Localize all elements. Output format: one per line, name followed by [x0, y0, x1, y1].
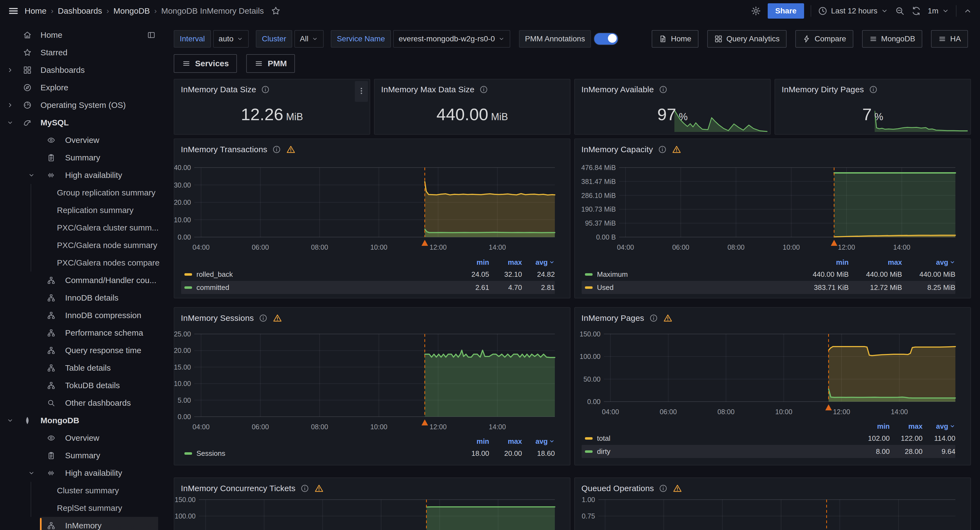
- sidebar-item-inmemory[interactable]: InMemory: [0, 517, 164, 530]
- pmm-annotations-label: PMM Annotations: [519, 30, 591, 48]
- info-icon[interactable]: [649, 314, 658, 322]
- sidebar-item-other-dashboards[interactable]: Other dashboards: [0, 394, 164, 412]
- legend-series-name[interactable]: total: [597, 434, 857, 443]
- sidebar-item-explore[interactable]: Explore: [0, 79, 164, 96]
- link-ha-button[interactable]: HA: [931, 30, 968, 48]
- legend-sort-min[interactable]: min: [457, 437, 489, 446]
- variable-value-cluster[interactable]: All: [294, 30, 324, 48]
- sidebar-item-replication-summary[interactable]: Replication summary: [0, 201, 164, 219]
- time-range-picker[interactable]: Last 12 hours: [818, 6, 888, 16]
- sidebar-item-dashboards[interactable]: Dashboards: [0, 61, 164, 79]
- panel-title[interactable]: InMemory Data Size: [181, 85, 256, 94]
- legend-sort-max[interactable]: max: [849, 258, 902, 267]
- panel-title[interactable]: Queued Operations: [581, 484, 654, 493]
- panel-title[interactable]: InMemory Dirty Pages: [782, 85, 864, 94]
- refresh-interval-picker[interactable]: 1m: [928, 6, 949, 15]
- refresh-icon[interactable]: [911, 6, 921, 16]
- warning-icon[interactable]: [673, 484, 682, 493]
- zoom-out-icon[interactable]: [895, 6, 905, 16]
- info-icon[interactable]: [272, 145, 281, 154]
- info-icon[interactable]: [869, 85, 878, 94]
- legend-sort-max[interactable]: max: [489, 437, 522, 446]
- warning-icon[interactable]: [663, 313, 673, 323]
- legend-sort-avg[interactable]: avg: [923, 422, 955, 431]
- legend-sort-avg[interactable]: avg: [902, 258, 955, 267]
- sidebar-item-pxc-galera-cluster-summ[interactable]: PXC/Galera cluster summ...: [0, 219, 164, 236]
- link-mongodb-button[interactable]: MongoDB: [862, 30, 923, 48]
- sidebar-item-summary[interactable]: Summary: [0, 447, 164, 464]
- warning-icon[interactable]: [272, 313, 282, 323]
- warning-icon[interactable]: [286, 145, 296, 155]
- hamburger-menu-icon[interactable]: [8, 5, 19, 17]
- sidebar-item-overview[interactable]: Overview: [0, 131, 164, 149]
- breadcrumb-mongodb[interactable]: MongoDB: [113, 6, 150, 16]
- sidebar-item-high-availability[interactable]: High availability: [0, 166, 164, 184]
- services-button[interactable]: Services: [174, 54, 237, 73]
- pmm-button[interactable]: PMM: [246, 54, 295, 73]
- sidebar-item-mongodb[interactable]: MongoDB: [0, 412, 164, 429]
- variable-value-interval[interactable]: auto: [213, 30, 249, 48]
- sidebar-item-mysql[interactable]: MySQL: [0, 114, 164, 131]
- legend-series-name[interactable]: Sessions: [196, 449, 457, 458]
- sidebar-item-performance-schema[interactable]: Performance schema: [0, 324, 164, 342]
- panel-title[interactable]: InMemory Concurrency Tickets: [181, 484, 296, 493]
- sidebar-item-group-replication-summary[interactable]: Group replication summary: [0, 184, 164, 201]
- sidebar-item-cluster-summary[interactable]: Cluster summary: [0, 482, 164, 499]
- legend-series-name[interactable]: committed: [196, 283, 457, 292]
- panel-collapse-icon[interactable]: [147, 31, 155, 39]
- info-icon[interactable]: [659, 85, 668, 94]
- link-home-button[interactable]: Home: [652, 30, 698, 48]
- share-button[interactable]: Share: [768, 3, 804, 19]
- panel-menu[interactable]: [355, 81, 368, 102]
- legend-sort-avg[interactable]: avg: [522, 258, 555, 267]
- sidebar-item-high-availability[interactable]: High availability: [0, 464, 164, 482]
- legend-series-name[interactable]: Maximum: [597, 270, 795, 279]
- sidebar-item-pxc-galera-nodes-compare[interactable]: PXC/Galera nodes compare: [0, 254, 164, 271]
- sidebar-item-innodb-details[interactable]: InnoDB details: [0, 289, 164, 307]
- breadcrumb-dashboards[interactable]: Dashboards: [58, 6, 102, 16]
- panel-title[interactable]: InMemory Pages: [581, 313, 644, 323]
- sidebar-item-operating-system-os[interactable]: Operating System (OS): [0, 96, 164, 114]
- settings-gear-icon[interactable]: [751, 6, 761, 16]
- sidebar-item-innodb-compression[interactable]: InnoDB compression: [0, 307, 164, 324]
- info-icon[interactable]: [658, 145, 667, 154]
- info-icon[interactable]: [659, 484, 668, 493]
- sidebar-item-replset-summary[interactable]: ReplSet summary: [0, 499, 164, 517]
- legend-sort-min[interactable]: min: [795, 258, 849, 267]
- sidebar-item-starred[interactable]: Starred: [0, 44, 164, 61]
- warning-icon[interactable]: [672, 145, 681, 155]
- info-icon[interactable]: [261, 85, 270, 94]
- info-icon[interactable]: [301, 484, 309, 493]
- panel-title[interactable]: InMemory Sessions: [181, 313, 254, 323]
- legend-series-name[interactable]: Used: [597, 283, 795, 292]
- sidebar-item-command-handler-cou[interactable]: Command/Handler cou...: [0, 271, 164, 289]
- variable-value-service-name[interactable]: everest-mongodb-w2g-rs0-0: [393, 30, 510, 48]
- breadcrumb-home[interactable]: Home: [25, 6, 46, 16]
- panel-title[interactable]: InMemory Max Data Size: [381, 85, 474, 94]
- collapse-chevron-up-icon[interactable]: [963, 6, 972, 16]
- legend-sort-max[interactable]: max: [489, 258, 522, 267]
- link-compare-button[interactable]: Compare: [795, 30, 853, 48]
- warning-icon[interactable]: [314, 484, 324, 493]
- info-icon[interactable]: [259, 314, 267, 322]
- legend-series-name[interactable]: dirty: [597, 447, 857, 456]
- legend-sort-max[interactable]: max: [890, 422, 923, 431]
- sidebar-item-tokudb-details[interactable]: TokuDB details: [0, 377, 164, 394]
- info-icon[interactable]: [479, 85, 488, 94]
- panel-title[interactable]: InMemory Available: [581, 85, 654, 94]
- legend-sort-avg[interactable]: avg: [522, 437, 555, 446]
- favorite-star-icon[interactable]: [271, 6, 281, 16]
- sidebar-item-table-details[interactable]: Table details: [0, 359, 164, 377]
- panel-title[interactable]: InMemory Capacity: [581, 145, 653, 154]
- legend-sort-min[interactable]: min: [857, 422, 890, 431]
- pmm-annotations-toggle[interactable]: [594, 33, 618, 45]
- sidebar-item-home[interactable]: Home: [0, 26, 164, 44]
- sidebar-item-pxc-galera-node-summary[interactable]: PXC/Galera node summary: [0, 236, 164, 254]
- sidebar-item-summary[interactable]: Summary: [0, 149, 164, 166]
- sidebar-item-overview[interactable]: Overview: [0, 429, 164, 447]
- sidebar-item-query-response-time[interactable]: Query response time: [0, 342, 164, 359]
- link-query-analytics-button[interactable]: Query Analytics: [707, 30, 787, 48]
- legend-series-name[interactable]: rolled_back: [196, 270, 457, 279]
- panel-title[interactable]: InMemory Transactions: [181, 145, 267, 154]
- legend-sort-min[interactable]: min: [457, 258, 489, 267]
